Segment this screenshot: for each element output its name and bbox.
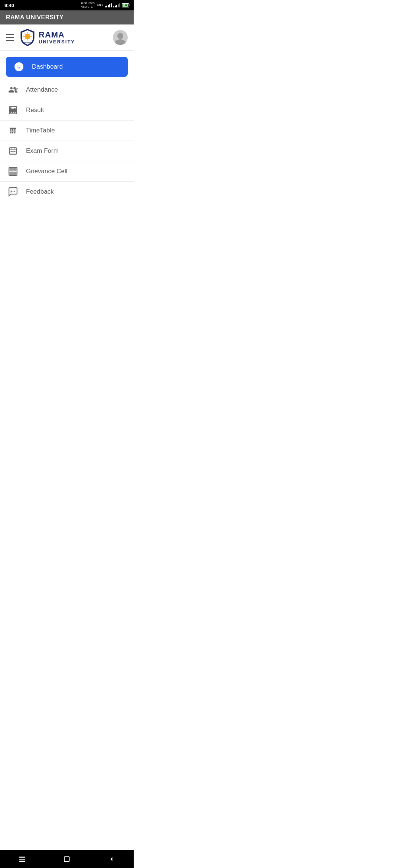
timetable-icon (7, 126, 19, 135)
nav-item-result[interactable]: Result (0, 100, 134, 121)
svg-rect-15 (12, 109, 13, 113)
svg-rect-21 (10, 130, 16, 131)
attendance-svg (8, 85, 18, 95)
signal-bars-1 (105, 3, 112, 7)
battery-icon: 89 (122, 3, 129, 7)
avatar-icon (113, 30, 128, 45)
svg-rect-22 (10, 131, 16, 132)
logo-text: RAMA UNIVERSITY (39, 30, 75, 45)
nav-item-feedback[interactable]: Feedback (0, 182, 134, 202)
nav-menu: Dashboard Attendance Result (0, 51, 134, 208)
svg-rect-35 (9, 172, 13, 175)
status-icons: 0.00 KB/SVoD LTE 4G+ 89 (81, 1, 129, 9)
examform-svg (8, 146, 18, 156)
svg-rect-1 (27, 32, 28, 34)
svg-text:UNIVERSITY: UNIVERSITY (23, 42, 32, 44)
signal-bars-2 (113, 3, 120, 7)
nav-label-grievance: Grievance Cell (26, 168, 68, 175)
nav-label-timetable: TimeTable (26, 127, 55, 134)
svg-point-0 (25, 34, 30, 39)
nav-item-attendance[interactable]: Attendance (0, 80, 134, 100)
svg-rect-34 (13, 168, 17, 171)
timetable-svg (8, 126, 18, 135)
nav-item-grievance[interactable]: Grievance Cell (0, 161, 134, 182)
nav-label-examform: Exam Form (26, 147, 59, 155)
status-time: 9:40 (4, 3, 14, 8)
grievance-icon (7, 167, 19, 176)
examform-icon (7, 146, 19, 156)
svg-rect-4 (30, 36, 32, 37)
app-titlebar: RAMA UNIVERSITY (0, 10, 134, 24)
svg-point-10 (117, 33, 123, 39)
nav-item-timetable[interactable]: TimeTable (0, 121, 134, 141)
svg-rect-2 (27, 39, 28, 41)
nav-label-feedback: Feedback (26, 188, 54, 195)
app-title: RAMA UNIVERSITY (6, 14, 63, 21)
feedback-svg (8, 187, 18, 197)
nav-label-result: Result (26, 106, 44, 114)
network-speed: 0.00 KB/SVoD LTE (81, 1, 95, 9)
dashboard-icon (13, 62, 25, 72)
svg-rect-20 (10, 128, 16, 129)
status-bar: 9:40 0.00 KB/SVoD LTE 4G+ 89 (0, 0, 134, 10)
svg-rect-36 (13, 172, 17, 175)
svg-rect-29 (14, 151, 15, 152)
header-left: UNIVERSITY RAMA UNIVERSITY (6, 28, 75, 47)
svg-point-37 (11, 191, 12, 192)
feedback-icon (7, 187, 19, 197)
svg-rect-3 (23, 36, 25, 37)
svg-point-13 (18, 66, 20, 68)
nav-label-dashboard: Dashboard (32, 63, 63, 70)
svg-rect-27 (11, 151, 12, 152)
hamburger-menu[interactable] (6, 34, 14, 41)
logo-rama: RAMA (39, 30, 75, 39)
header: UNIVERSITY RAMA UNIVERSITY (0, 24, 134, 51)
signal-4g: 4G+ (97, 3, 103, 7)
svg-rect-24 (11, 147, 12, 148)
logo-shield-icon: UNIVERSITY (19, 28, 36, 47)
nav-label-attendance: Attendance (26, 86, 58, 93)
dashboard-svg (14, 62, 24, 72)
svg-rect-28 (12, 151, 13, 152)
svg-point-38 (14, 191, 15, 192)
nav-item-dashboard[interactable]: Dashboard (6, 57, 128, 77)
result-svg (8, 105, 18, 115)
logo-container: UNIVERSITY RAMA UNIVERSITY (19, 28, 75, 47)
nav-item-examform[interactable]: Exam Form (0, 141, 134, 161)
result-icon (7, 105, 19, 115)
attendance-icon (7, 85, 19, 95)
svg-rect-25 (14, 147, 15, 148)
profile-avatar[interactable] (113, 30, 128, 45)
grievance-svg (8, 167, 18, 176)
svg-rect-16 (14, 108, 15, 113)
svg-rect-33 (9, 168, 13, 171)
svg-point-11 (115, 39, 125, 45)
svg-rect-14 (10, 107, 11, 113)
logo-university: UNIVERSITY (39, 39, 75, 45)
